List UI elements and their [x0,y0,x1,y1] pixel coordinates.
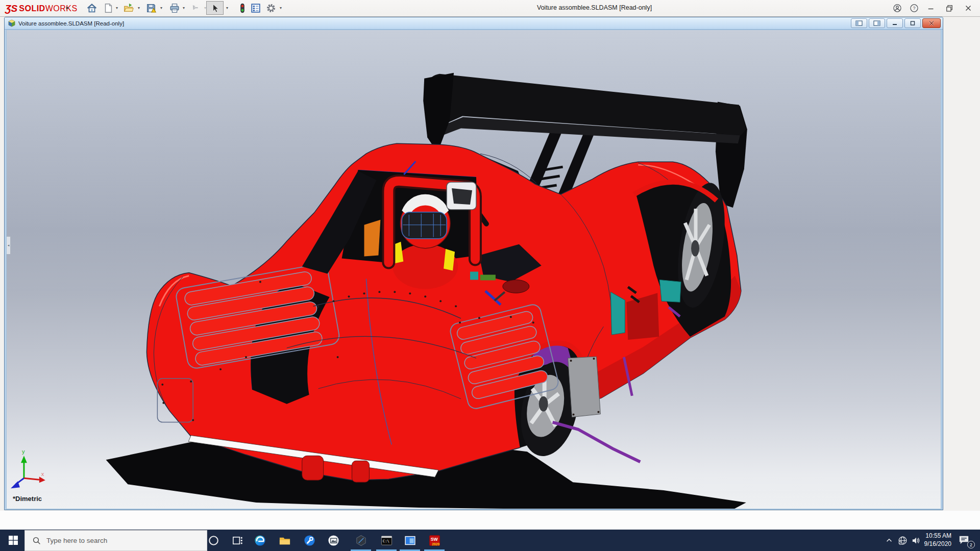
windows-logo-icon [9,536,18,545]
start-button[interactable] [3,530,23,551]
options-button[interactable] [265,2,277,14]
breadcrumb-arrow-icon[interactable]: ► [65,5,70,10]
edge-icon [254,534,266,547]
design-report-button[interactable] [250,2,262,14]
doc-restore-button[interactable] [904,18,921,28]
svg-text:SW: SW [430,537,438,542]
status-strip [0,511,980,530]
app-titlebar: ƷS SOLIDWORKS ► ▾ ▾ [0,0,980,17]
taskbar-item-settings-wrench[interactable] [303,534,316,547]
doc-pane-left-button[interactable] [851,18,867,28]
helmet-visor [402,212,447,239]
solidworks-2020-icon: SW 2020 [428,534,441,547]
graphics-viewport[interactable]: y x *Dimetric ◂ [6,30,942,510]
select-tool-button[interactable] [206,1,224,15]
tray-network[interactable] [897,535,908,545]
assembly-icon [7,19,16,28]
tray-clock[interactable]: 10:55 AM 9/16/2020 [920,532,951,548]
view-orientation-label: *Dimetric [13,495,42,503]
pane-left-icon [855,20,863,26]
account-icon [893,4,902,13]
taskbar-item-edge[interactable] [253,534,266,547]
file-explorer-icon [278,534,291,547]
taskbar-search[interactable] [24,530,207,551]
select-dropdown[interactable]: ▾ [226,6,230,10]
save-readonly-icon [145,3,157,14]
doc-close-button[interactable] [922,18,941,28]
media-window-icon [404,534,416,547]
chevron-up-icon [885,536,893,544]
tray-chevron-up[interactable] [884,535,894,545]
traffic-light-icon [237,3,248,14]
taskbar-item-photos[interactable] [327,534,340,547]
traffic-light-button[interactable] [236,2,249,14]
svg-text:?: ? [913,6,915,11]
home-icon [86,3,97,14]
app-close-button[interactable] [962,2,975,14]
taskbar: C:\ SW 2020 [0,530,980,551]
taskbar-item-file-explorer[interactable] [278,534,291,547]
undo-button[interactable] [190,2,202,14]
orientation-triad: y x [11,448,45,488]
options-dropdown[interactable]: ▾ [280,6,284,10]
gear-icon [265,3,277,14]
app-title: Voiture assomblee.SLDASM [Read-only] [537,4,652,11]
save-button[interactable] [145,2,157,14]
app-minimize-button[interactable] [924,2,938,14]
command-prompt-icon: C:\ [380,534,393,547]
svg-text:2020: 2020 [432,542,439,545]
taskbar-item-cortana[interactable] [207,534,220,547]
document-titlebar[interactable]: Voiture assomblee.SLDASM [Read-only] [5,17,943,30]
desktop-screen: ƷS SOLIDWORKS ► ▾ ▾ [0,0,980,551]
minimize-icon [926,4,936,13]
taskbar-item-solidworks[interactable]: SW 2020 [428,534,441,547]
search-input[interactable] [46,537,189,544]
svg-text:y: y [22,448,25,455]
design-report-icon [250,3,261,14]
doc-minimize-button[interactable] [887,18,903,28]
tray-time: 10:55 AM [920,532,951,540]
pane-right-icon [873,20,880,26]
solidworks-logo-mark-icon: ƷS [5,3,17,14]
doc-restore-icon [909,20,916,26]
app-restore-button[interactable] [943,2,956,14]
taskbar-item-hexagon-app[interactable] [354,534,368,547]
print-icon [169,3,180,14]
print-button[interactable] [168,2,181,14]
side-mirror [503,280,529,293]
search-icon [32,536,41,545]
doc-minimize-icon [891,20,898,26]
document-title: Voiture assomblee.SLDASM [Read-only] [18,20,124,27]
save-dropdown[interactable]: ▾ [160,6,164,10]
taskbar-item-command-prompt[interactable]: C:\ [380,534,393,547]
open-button[interactable] [122,2,135,14]
tray-date: 9/16/2020 [920,540,951,548]
help-button[interactable]: ? [908,2,921,14]
new-document-button[interactable] [102,2,114,14]
svg-text:C:\: C:\ [382,538,389,543]
taskbar-item-task-view[interactable] [231,534,244,547]
doc-pane-right-button[interactable] [869,18,885,28]
tray-notifications[interactable]: 2 [958,534,973,547]
cortana-icon [207,534,220,547]
new-document-dropdown[interactable]: ▾ [116,6,120,10]
front-post [302,456,324,480]
photos-icon [327,534,340,547]
open-dropdown[interactable]: ▾ [138,6,142,10]
select-cursor-icon [210,3,220,13]
speaker-icon [911,536,921,545]
hexagon-app-icon [355,534,368,547]
panel-collapse-tab[interactable]: ◂ [7,236,11,255]
restore-icon [945,4,954,13]
svg-text:x: x [41,471,44,477]
task-view-icon [231,534,244,547]
front-post [352,461,370,482]
taskbar-item-media-app[interactable] [403,534,416,547]
document-window: Voiture assomblee.SLDASM [Read-only] [4,17,943,510]
home-button[interactable] [86,2,98,14]
globe-network-icon [898,536,908,545]
tray-volume[interactable] [911,535,921,545]
print-dropdown[interactable]: ▾ [183,6,187,10]
account-button[interactable] [891,2,904,14]
viewport-3d-scene[interactable]: y x [7,30,941,509]
